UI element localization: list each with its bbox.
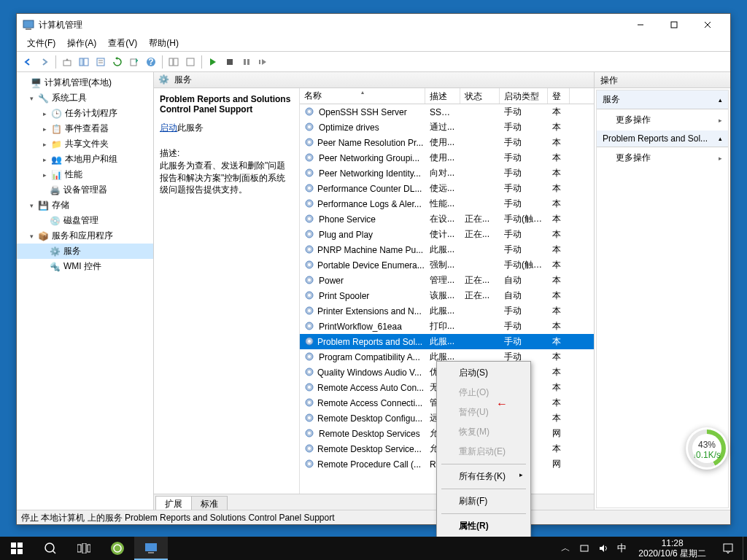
tree-storage[interactable]: ▾💾存储 (17, 198, 153, 213)
gear-icon (304, 275, 316, 287)
col-state[interactable]: 状态 (460, 88, 500, 104)
col-logon[interactable]: 登 (548, 88, 570, 104)
tree-system-tools[interactable]: ▾🔧系统工具 (17, 90, 153, 106)
action-group-selected[interactable]: Problem Reports and Sol...▴ (597, 131, 728, 147)
maximize-button[interactable] (657, 14, 691, 36)
service-detail-pane: Problem Reports and Solutions Control Pa… (154, 88, 300, 494)
expand-icon[interactable]: ▸ (40, 171, 49, 179)
service-row[interactable]: Power管理...正在...自动本 (300, 273, 594, 288)
service-row[interactable]: PrintWorkflow_61eaa打印...手动本 (300, 319, 594, 334)
tray-chevron-up-icon[interactable]: ︿ (557, 537, 575, 560)
menu-help[interactable]: 帮助(H) (143, 36, 185, 51)
tree-wmi[interactable]: 🔩WMI 控件 (17, 259, 153, 274)
tray-network-icon[interactable] (575, 537, 594, 560)
action-group-services[interactable]: 服务▴ (597, 90, 728, 109)
col-name[interactable]: 名称▴ (300, 88, 425, 104)
menu-action[interactable]: 操作(A) (61, 36, 102, 51)
gear-icon (304, 152, 316, 164)
tree-svc-apps[interactable]: ▾📦服务和应用程序 (17, 228, 153, 244)
svg-point-59 (308, 386, 311, 389)
view-standard-button[interactable] (182, 54, 198, 70)
expand-icon[interactable]: ▸ (40, 125, 49, 133)
taskview-button[interactable] (67, 537, 101, 560)
service-row[interactable]: Problem Reports and Sol...此服...手动本 (300, 334, 594, 349)
forward-button[interactable] (36, 54, 53, 70)
service-row[interactable]: Peer Name Resolution Pr...使用...手动本 (300, 135, 594, 150)
tree-root[interactable]: 🖥️计算机管理(本地) (17, 75, 153, 90)
tab-extended[interactable]: 扩展 (155, 496, 192, 510)
refresh-button[interactable] (109, 54, 125, 70)
collapse-icon[interactable]: ▾ (27, 232, 36, 241)
context-menu: 启动(S) 停止(O) 暂停(U) 恢复(M) 重新启动(E) 所有任务(K)▸… (436, 361, 531, 560)
ctx-alltasks[interactable]: 所有任务(K)▸ (438, 467, 529, 486)
chevron-right-icon: ▸ (519, 471, 523, 478)
collapse-icon[interactable]: ▾ (27, 94, 36, 103)
task-mmc[interactable] (134, 537, 168, 560)
tray-ime[interactable]: 中 (613, 537, 631, 560)
tree-device-manager[interactable]: 🖨️设备管理器 (17, 182, 153, 198)
up-button[interactable] (59, 54, 75, 70)
expand-icon[interactable]: ▸ (40, 155, 49, 164)
svg-rect-15 (169, 58, 173, 66)
service-row[interactable]: Portable Device Enumera...强制...手动(触发...本 (300, 257, 594, 273)
back-button[interactable] (20, 54, 36, 70)
view-extended-button[interactable] (166, 54, 182, 70)
export-button[interactable] (126, 54, 142, 70)
properties-button[interactable] (93, 54, 109, 70)
tree-disk-mgmt[interactable]: 💿磁盘管理 (17, 213, 153, 228)
svg-rect-0 (23, 20, 34, 28)
service-row[interactable]: Print Spooler该服...正在...自动本 (300, 288, 594, 303)
tree-shared-folders[interactable]: ▸📁共享文件夹 (17, 136, 153, 152)
caret-up-icon: ▴ (719, 135, 722, 142)
tree-services[interactable]: ⚙️服务 (17, 244, 153, 259)
stop-service-button[interactable] (222, 54, 238, 70)
perf-icon: 📊 (50, 169, 62, 181)
tree-local-users[interactable]: ▸👥本地用户和组 (17, 152, 153, 167)
service-row[interactable]: PNRP Machine Name Pu...此服...手动本 (300, 242, 594, 257)
service-row[interactable]: Phone Service在设...正在...手动(触发...本 (300, 211, 594, 227)
action-more-2[interactable]: 更多操作▸ (597, 147, 728, 168)
pause-service-button[interactable] (239, 54, 255, 70)
service-row[interactable]: Performance Counter DL...使远...手动本 (300, 181, 594, 196)
svg-rect-1 (26, 28, 31, 30)
start-service-button[interactable] (205, 54, 221, 70)
search-button[interactable] (34, 537, 67, 560)
ctx-start[interactable]: 启动(S) (438, 363, 529, 383)
taskbar-clock[interactable]: 11:28 2020/10/6 星期二 (631, 538, 713, 559)
service-row[interactable]: Performance Logs & Aler...性能...手动本 (300, 196, 594, 211)
service-row[interactable]: OpenSSH SSH ServerSSH ...手动本 (300, 104, 594, 120)
show-hide-tree-button[interactable] (76, 54, 92, 70)
menu-view[interactable]: 查看(V) (102, 36, 143, 51)
col-desc[interactable]: 描述 (425, 88, 460, 104)
expand-icon[interactable]: ▸ (40, 109, 49, 118)
service-row[interactable]: Peer Networking Identity...向对...手动本 (300, 166, 594, 181)
tree-event-viewer[interactable]: ▸📋事件查看器 (17, 121, 153, 136)
start-link[interactable]: 启动 (160, 122, 177, 133)
show-desktop-button[interactable] (743, 537, 747, 560)
action-more-1[interactable]: 更多操作▸ (597, 109, 728, 131)
main-window: 计算机管理 文件(F) 操作(A) 查看(V) 帮助(H) ? 🖥️计算 (16, 13, 731, 525)
tree-performance[interactable]: ▸📊性能 (17, 167, 153, 182)
service-row[interactable]: Plug and Play使计...正在...手动本 (300, 227, 594, 242)
action-center-button[interactable] (713, 537, 743, 560)
ctx-refresh[interactable]: 刷新(F) (438, 491, 529, 511)
start-button[interactable] (0, 537, 34, 560)
service-row[interactable]: Printer Extensions and N...此服...手动本 (300, 303, 594, 319)
minimize-button[interactable] (624, 14, 657, 36)
menu-file[interactable]: 文件(F) (21, 36, 61, 51)
task-ie[interactable] (101, 537, 134, 560)
ctx-properties[interactable]: 属性(R) (438, 516, 529, 536)
tray-volume-icon[interactable] (594, 537, 613, 560)
help-button[interactable]: ? (143, 54, 159, 70)
collapse-icon[interactable]: ▾ (27, 201, 36, 210)
service-row[interactable]: Optimize drives通过...手动本 (300, 120, 594, 135)
col-startup[interactable]: 启动类型 (500, 88, 548, 104)
expand-icon[interactable]: ▸ (40, 140, 49, 149)
tab-standard[interactable]: 标准 (191, 496, 228, 510)
tree-panel[interactable]: 🖥️计算机管理(本地) ▾🔧系统工具 ▸🕒任务计划程序 ▸📋事件查看器 ▸📁共享… (17, 72, 154, 510)
close-button[interactable] (691, 14, 724, 36)
tree-task-scheduler[interactable]: ▸🕒任务计划程序 (17, 106, 153, 121)
service-row[interactable]: Peer Networking Groupi...使用...手动本 (300, 150, 594, 166)
restart-service-button[interactable] (255, 54, 271, 70)
network-gauge[interactable]: 43% ↓0.1K/s (686, 427, 728, 470)
